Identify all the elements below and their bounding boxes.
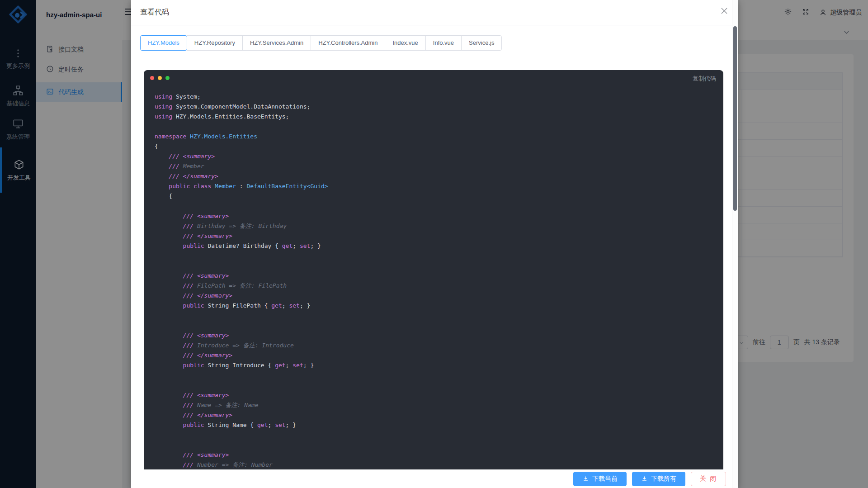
traffic-red-icon (150, 76, 154, 80)
code-line: /// Birthday => 备注: Birthday (155, 221, 720, 231)
code-content: using System;using System.ComponentModel… (155, 92, 720, 488)
code-line (155, 370, 720, 380)
code-line: public DateTime? Birthday { get; set; } (155, 241, 720, 251)
screen: 更多示例基础信息系统管理开发工具 hzy-admin-spa-ui 接口文档定时… (0, 0, 868, 488)
dialog-footer: 下载当前 下载所有 关 闭 (131, 469, 732, 488)
code-line (155, 321, 720, 331)
code-line: /// <summary> (155, 211, 720, 221)
code-line (155, 261, 720, 271)
code-line (155, 380, 720, 390)
code-line: namespace HZY.Models.Entities (155, 132, 720, 142)
tab-hzy-services-admin[interactable]: HZY.Services.Admin (242, 35, 311, 51)
code-line: /// </summary> (155, 291, 720, 301)
code-line: /// <summary> (155, 152, 720, 161)
code-line: { (155, 191, 720, 201)
code-line: /// FilePath => 备注: FilePath (155, 281, 720, 291)
tab-hzy-models[interactable]: HZY.Models (140, 35, 187, 51)
code-line: /// Introduce => 备注: Introduce (155, 341, 720, 351)
code-line: { (155, 142, 720, 152)
view-code-dialog: 查看代码 HZY.ModelsHZY.RepositoryHZY.Service… (131, 0, 738, 488)
code-line: using System; (155, 92, 720, 102)
header-divider (131, 25, 738, 25)
tab-info-vue[interactable]: Info.vue (425, 35, 462, 51)
traffic-lights (150, 76, 170, 80)
traffic-green-icon (165, 76, 170, 80)
code-line (155, 122, 720, 132)
code-line: public String Name { get; set; } (155, 420, 720, 430)
code-line: public String Introduce { get; set; } (155, 360, 720, 370)
code-line: /// <summary> (155, 331, 720, 341)
dialog-title: 查看代码 (140, 8, 169, 17)
code-line (155, 251, 720, 261)
close-button[interactable]: 关 闭 (691, 472, 726, 486)
code-line: /// </summary> (155, 351, 720, 360)
download-current-button[interactable]: 下载当前 (573, 472, 627, 486)
code-tabs: HZY.ModelsHZY.RepositoryHZY.Services.Adm… (140, 35, 502, 51)
close-icon[interactable] (721, 7, 728, 16)
code-line: /// Member (155, 161, 720, 171)
code-line: /// </summary> (155, 171, 720, 181)
traffic-yellow-icon (158, 76, 162, 80)
code-line: using System.ComponentModel.DataAnnotati… (155, 102, 720, 112)
tab-service-js[interactable]: Service.js (461, 35, 502, 51)
download-all-button[interactable]: 下载所有 (632, 472, 685, 486)
code-line: using HZY.Models.Entities.BaseEntitys; (155, 112, 720, 122)
modal-scrollbar[interactable] (732, 0, 738, 488)
code-line: /// </summary> (155, 410, 720, 420)
code-line: /// </summary> (155, 231, 720, 241)
code-line (155, 430, 720, 440)
code-line: /// <summary> (155, 450, 720, 460)
download-icon (582, 475, 589, 482)
code-line (155, 201, 720, 211)
code-line: /// <summary> (155, 271, 720, 281)
code-line (155, 311, 720, 321)
copy-code-button[interactable]: 复制代码 (693, 75, 716, 83)
tab-hzy-controllers-admin[interactable]: HZY.Controllers.Admin (311, 35, 385, 51)
scrollbar-thumb[interactable] (733, 26, 737, 211)
code-line (155, 440, 720, 450)
download-icon (641, 475, 648, 482)
code-line: /// Number => 备注: Number (155, 460, 720, 470)
code-line: public String FilePath { get; set; } (155, 301, 720, 311)
code-line: /// <summary> (155, 390, 720, 400)
code-line: public class Member : DefaultBaseEntity<… (155, 181, 720, 191)
code-line: /// Name => 备注: Name (155, 400, 720, 410)
tab-index-vue[interactable]: Index.vue (385, 35, 425, 51)
code-viewer: 复制代码 using System;using System.Component… (144, 70, 723, 488)
tab-hzy-repository[interactable]: HZY.Repository (187, 35, 243, 51)
